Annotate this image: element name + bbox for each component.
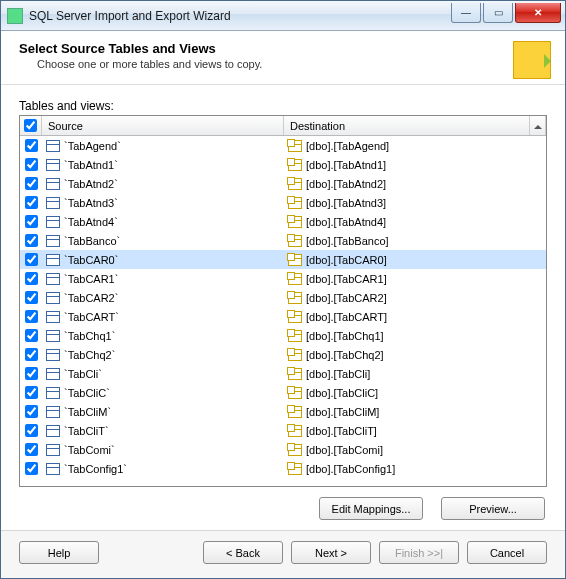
table-row[interactable]: `TabAgend`[dbo].[TabAgend]	[20, 136, 546, 155]
table-row[interactable]: `TabChq2`[dbo].[TabChq2]	[20, 345, 546, 364]
destination-table-icon	[288, 159, 302, 171]
table-row[interactable]: `TabComi`[dbo].[TabComi]	[20, 440, 546, 459]
page-title: Select Source Tables and Views	[19, 41, 547, 56]
back-button[interactable]: < Back	[203, 541, 283, 564]
row-checkbox[interactable]	[25, 462, 38, 475]
table-icon	[46, 273, 60, 285]
grid-actions: Edit Mappings... Preview...	[19, 487, 547, 528]
row-checkbox[interactable]	[25, 443, 38, 456]
table-icon	[46, 349, 60, 361]
grid-header: Source Destination	[20, 116, 546, 136]
preview-button[interactable]: Preview...	[441, 497, 545, 520]
minimize-button[interactable]: —	[451, 3, 481, 23]
row-checkbox[interactable]	[25, 215, 38, 228]
table-icon	[46, 425, 60, 437]
header-scroll-corner	[530, 116, 546, 135]
row-checkbox[interactable]	[25, 177, 38, 190]
table-row[interactable]: `TabAtnd3`[dbo].[TabAtnd3]	[20, 193, 546, 212]
chevron-up-icon	[534, 121, 542, 129]
table-row[interactable]: `TabBanco`[dbo].[TabBanco]	[20, 231, 546, 250]
select-all-checkbox[interactable]	[24, 119, 37, 132]
table-row[interactable]: `TabCAR2`[dbo].[TabCAR2]	[20, 288, 546, 307]
destination-name: [dbo].[TabChq2]	[306, 349, 384, 361]
destination-name: [dbo].[TabCAR2]	[306, 292, 387, 304]
source-name: `TabCliT`	[64, 425, 109, 437]
destination-name: [dbo].[TabCAR1]	[306, 273, 387, 285]
table-row[interactable]: `TabCART`[dbo].[TabCART]	[20, 307, 546, 326]
next-button[interactable]: Next >	[291, 541, 371, 564]
row-checkbox[interactable]	[25, 310, 38, 323]
table-icon	[46, 216, 60, 228]
table-row[interactable]: `TabAtnd1`[dbo].[TabAtnd1]	[20, 155, 546, 174]
grid-rows[interactable]: `TabAgend`[dbo].[TabAgend]`TabAtnd1`[dbo…	[20, 136, 546, 486]
row-checkbox[interactable]	[25, 405, 38, 418]
destination-table-icon	[288, 254, 302, 266]
table-row[interactable]: `TabChq1`[dbo].[TabChq1]	[20, 326, 546, 345]
table-row[interactable]: `TabAtnd2`[dbo].[TabAtnd2]	[20, 174, 546, 193]
destination-table-icon	[288, 406, 302, 418]
table-icon	[46, 387, 60, 399]
help-button[interactable]: Help	[19, 541, 99, 564]
grid-label: Tables and views:	[19, 99, 547, 113]
table-row[interactable]: `TabCliC`[dbo].[TabCliC]	[20, 383, 546, 402]
destination-name: [dbo].[TabAgend]	[306, 140, 389, 152]
table-icon	[46, 197, 60, 209]
row-checkbox[interactable]	[25, 272, 38, 285]
finish-button[interactable]: Finish >>|	[379, 541, 459, 564]
source-name: `TabBanco`	[64, 235, 120, 247]
destination-table-icon	[288, 140, 302, 152]
table-icon	[46, 406, 60, 418]
table-row[interactable]: `TabCAR1`[dbo].[TabCAR1]	[20, 269, 546, 288]
source-name: `TabCAR2`	[64, 292, 118, 304]
wizard-body: Tables and views: Source Destination `Ta…	[1, 85, 565, 530]
row-checkbox[interactable]	[25, 386, 38, 399]
table-row[interactable]: `TabConfig1`[dbo].[TabConfig1]	[20, 459, 546, 478]
table-icon	[46, 159, 60, 171]
destination-name: [dbo].[TabComi]	[306, 444, 383, 456]
destination-table-icon	[288, 349, 302, 361]
maximize-button[interactable]: ▭	[483, 3, 513, 23]
destination-table-icon	[288, 387, 302, 399]
source-name: `TabConfig1`	[64, 463, 127, 475]
header-destination[interactable]: Destination	[284, 116, 530, 135]
table-row[interactable]: `TabCliT`[dbo].[TabCliT]	[20, 421, 546, 440]
table-icon	[46, 463, 60, 475]
source-name: `TabCAR1`	[64, 273, 118, 285]
header-checkbox-cell[interactable]	[20, 116, 42, 135]
destination-table-icon	[288, 197, 302, 209]
source-name: `TabAtnd3`	[64, 197, 118, 209]
row-checkbox[interactable]	[25, 253, 38, 266]
close-button[interactable]: ✕	[515, 3, 561, 23]
row-checkbox[interactable]	[25, 196, 38, 209]
page-subtitle: Choose one or more tables and views to c…	[37, 58, 547, 70]
destination-table-icon	[288, 368, 302, 380]
row-checkbox[interactable]	[25, 158, 38, 171]
row-checkbox[interactable]	[25, 348, 38, 361]
destination-name: [dbo].[TabAtnd3]	[306, 197, 386, 209]
row-checkbox[interactable]	[25, 234, 38, 247]
app-icon	[7, 8, 23, 24]
destination-table-icon	[288, 463, 302, 475]
table-row[interactable]: `TabAtnd4`[dbo].[TabAtnd4]	[20, 212, 546, 231]
row-checkbox[interactable]	[25, 329, 38, 342]
row-checkbox[interactable]	[25, 291, 38, 304]
edit-mappings-button[interactable]: Edit Mappings...	[319, 497, 423, 520]
titlebar[interactable]: SQL Server Import and Export Wizard — ▭ …	[1, 1, 565, 31]
header-source[interactable]: Source	[42, 116, 284, 135]
wizard-header: Select Source Tables and Views Choose on…	[1, 31, 565, 74]
destination-name: [dbo].[TabChq1]	[306, 330, 384, 342]
table-row[interactable]: `TabCliM`[dbo].[TabCliM]	[20, 402, 546, 421]
table-row[interactable]: `TabCli`[dbo].[TabCli]	[20, 364, 546, 383]
row-checkbox[interactable]	[25, 424, 38, 437]
row-checkbox[interactable]	[25, 139, 38, 152]
window-title: SQL Server Import and Export Wizard	[29, 9, 449, 23]
destination-name: [dbo].[TabBanco]	[306, 235, 389, 247]
destination-table-icon	[288, 235, 302, 247]
table-icon	[46, 330, 60, 342]
wizard-logo-icon	[513, 41, 551, 79]
destination-name: [dbo].[TabCART]	[306, 311, 387, 323]
table-row[interactable]: `TabCAR0`[dbo].[TabCAR0]	[20, 250, 546, 269]
wizard-window: SQL Server Import and Export Wizard — ▭ …	[0, 0, 566, 579]
cancel-button[interactable]: Cancel	[467, 541, 547, 564]
row-checkbox[interactable]	[25, 367, 38, 380]
